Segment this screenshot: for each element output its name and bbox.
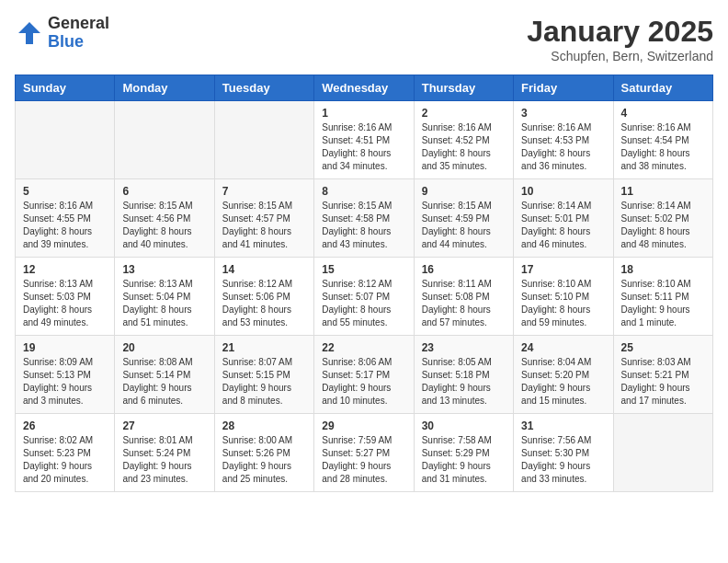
calendar-cell: 10 Sunrise: 8:14 AMSunset: 5:01 PMDaylig…: [514, 179, 613, 258]
cell-content: Sunrise: 8:11 AMSunset: 5:08 PMDaylight:…: [422, 278, 506, 329]
col-thursday: Thursday: [414, 75, 513, 101]
week-row-4: 19 Sunrise: 8:09 AMSunset: 5:13 PMDaylig…: [16, 336, 713, 414]
cell-content: Sunrise: 8:07 AMSunset: 5:15 PMDaylight:…: [222, 356, 306, 408]
cell-content: Sunrise: 8:03 AMSunset: 5:21 PMDaylight:…: [621, 356, 705, 408]
cell-content: Sunrise: 8:15 AMSunset: 4:56 PMDaylight:…: [122, 200, 206, 251]
day-number: 25: [621, 341, 705, 354]
calendar-cell: 13 Sunrise: 8:13 AMSunset: 5:04 PMDaylig…: [115, 258, 214, 336]
day-number: 2: [422, 107, 506, 120]
logo-general: General: [48, 15, 109, 33]
logo: General Blue: [15, 15, 109, 52]
calendar-cell: 9 Sunrise: 8:15 AMSunset: 4:59 PMDayligh…: [414, 179, 513, 258]
day-number: 12: [23, 263, 107, 276]
calendar: Sunday Monday Tuesday Wednesday Thursday…: [15, 75, 713, 492]
day-number: 22: [322, 341, 405, 354]
calendar-cell: 21 Sunrise: 8:07 AMSunset: 5:15 PMDaylig…: [214, 336, 313, 414]
calendar-body: 1 Sunrise: 8:16 AMSunset: 4:51 PMDayligh…: [16, 101, 713, 492]
day-number: 28: [222, 419, 306, 432]
calendar-cell: 8 Sunrise: 8:15 AMSunset: 4:58 PMDayligh…: [314, 179, 414, 258]
col-friday: Friday: [514, 75, 613, 101]
col-monday: Monday: [115, 75, 214, 101]
logo-icon: [15, 18, 44, 48]
day-number: 5: [23, 185, 107, 198]
calendar-cell: 26 Sunrise: 8:02 AMSunset: 5:23 PMDaylig…: [16, 414, 115, 492]
day-number: 9: [422, 185, 506, 198]
title-block: January 2025 Schupfen, Bern, Switzerland: [527, 15, 713, 63]
day-number: 29: [322, 419, 405, 432]
cell-content: Sunrise: 8:08 AMSunset: 5:14 PMDaylight:…: [122, 356, 206, 408]
cell-content: Sunrise: 8:00 AMSunset: 5:26 PMDaylight:…: [222, 434, 306, 486]
logo-text: General Blue: [48, 15, 109, 52]
col-wednesday: Wednesday: [314, 75, 414, 101]
col-tuesday: Tuesday: [214, 75, 313, 101]
day-number: 7: [222, 185, 306, 198]
cell-content: Sunrise: 7:59 AMSunset: 5:27 PMDaylight:…: [322, 434, 405, 486]
calendar-cell: 17 Sunrise: 8:10 AMSunset: 5:10 PMDaylig…: [514, 258, 613, 336]
cell-content: Sunrise: 8:13 AMSunset: 5:03 PMDaylight:…: [23, 278, 107, 329]
calendar-cell: 24 Sunrise: 8:04 AMSunset: 5:20 PMDaylig…: [514, 336, 613, 414]
cell-content: Sunrise: 8:14 AMSunset: 5:01 PMDaylight:…: [521, 200, 605, 251]
cell-content: Sunrise: 7:56 AMSunset: 5:30 PMDaylight:…: [521, 434, 605, 486]
calendar-cell: [613, 414, 712, 492]
calendar-cell: 22 Sunrise: 8:06 AMSunset: 5:17 PMDaylig…: [314, 336, 414, 414]
calendar-cell: [16, 101, 115, 179]
header-row: Sunday Monday Tuesday Wednesday Thursday…: [16, 75, 713, 101]
cell-content: Sunrise: 8:15 AMSunset: 4:58 PMDaylight:…: [322, 200, 405, 251]
day-number: 8: [322, 185, 405, 198]
calendar-cell: 27 Sunrise: 8:01 AMSunset: 5:24 PMDaylig…: [115, 414, 214, 492]
calendar-header: Sunday Monday Tuesday Wednesday Thursday…: [16, 75, 713, 101]
day-number: 16: [422, 263, 506, 276]
cell-content: Sunrise: 8:10 AMSunset: 5:10 PMDaylight:…: [521, 278, 605, 329]
calendar-cell: 4 Sunrise: 8:16 AMSunset: 4:54 PMDayligh…: [613, 101, 712, 179]
day-number: 24: [521, 341, 605, 354]
calendar-cell: 15 Sunrise: 8:12 AMSunset: 5:07 PMDaylig…: [314, 258, 414, 336]
day-number: 21: [222, 341, 306, 354]
calendar-cell: 30 Sunrise: 7:58 AMSunset: 5:29 PMDaylig…: [414, 414, 513, 492]
cell-content: Sunrise: 8:12 AMSunset: 5:06 PMDaylight:…: [222, 278, 306, 329]
calendar-cell: 7 Sunrise: 8:15 AMSunset: 4:57 PMDayligh…: [214, 179, 313, 258]
day-number: 10: [521, 185, 605, 198]
day-number: 3: [521, 107, 605, 120]
day-number: 15: [322, 263, 405, 276]
cell-content: Sunrise: 8:04 AMSunset: 5:20 PMDaylight:…: [521, 356, 605, 408]
cell-content: Sunrise: 8:05 AMSunset: 5:18 PMDaylight:…: [422, 356, 506, 408]
day-number: 27: [122, 419, 206, 432]
month-title: January 2025: [527, 15, 713, 49]
calendar-cell: 16 Sunrise: 8:11 AMSunset: 5:08 PMDaylig…: [414, 258, 513, 336]
cell-content: Sunrise: 8:16 AMSunset: 4:51 PMDaylight:…: [322, 121, 405, 173]
day-number: 26: [23, 419, 107, 432]
cell-content: Sunrise: 8:01 AMSunset: 5:24 PMDaylight:…: [122, 434, 206, 486]
page-header: General Blue January 2025 Schupfen, Bern…: [15, 15, 713, 63]
cell-content: Sunrise: 8:16 AMSunset: 4:53 PMDaylight:…: [521, 121, 605, 173]
calendar-cell: 14 Sunrise: 8:12 AMSunset: 5:06 PMDaylig…: [214, 258, 313, 336]
calendar-cell: 25 Sunrise: 8:03 AMSunset: 5:21 PMDaylig…: [613, 336, 712, 414]
logo-blue: Blue: [48, 33, 109, 52]
week-row-3: 12 Sunrise: 8:13 AMSunset: 5:03 PMDaylig…: [16, 258, 713, 336]
calendar-cell: 6 Sunrise: 8:15 AMSunset: 4:56 PMDayligh…: [115, 179, 214, 258]
calendar-cell: [115, 101, 214, 179]
calendar-cell: 20 Sunrise: 8:08 AMSunset: 5:14 PMDaylig…: [115, 336, 214, 414]
cell-content: Sunrise: 8:10 AMSunset: 5:11 PMDaylight:…: [621, 278, 705, 329]
day-number: 18: [621, 263, 705, 276]
calendar-cell: 11 Sunrise: 8:14 AMSunset: 5:02 PMDaylig…: [613, 179, 712, 258]
calendar-cell: 5 Sunrise: 8:16 AMSunset: 4:55 PMDayligh…: [16, 179, 115, 258]
cell-content: Sunrise: 8:16 AMSunset: 4:55 PMDaylight:…: [23, 200, 107, 251]
day-number: 30: [422, 419, 506, 432]
calendar-cell: 19 Sunrise: 8:09 AMSunset: 5:13 PMDaylig…: [16, 336, 115, 414]
week-row-5: 26 Sunrise: 8:02 AMSunset: 5:23 PMDaylig…: [16, 414, 713, 492]
calendar-cell: 12 Sunrise: 8:13 AMSunset: 5:03 PMDaylig…: [16, 258, 115, 336]
cell-content: Sunrise: 8:13 AMSunset: 5:04 PMDaylight:…: [122, 278, 206, 329]
cell-content: Sunrise: 8:14 AMSunset: 5:02 PMDaylight:…: [621, 200, 705, 251]
day-number: 31: [521, 419, 605, 432]
svg-marker-0: [18, 22, 40, 44]
cell-content: Sunrise: 7:58 AMSunset: 5:29 PMDaylight:…: [422, 434, 506, 486]
calendar-cell: 31 Sunrise: 7:56 AMSunset: 5:30 PMDaylig…: [514, 414, 613, 492]
calendar-cell: 18 Sunrise: 8:10 AMSunset: 5:11 PMDaylig…: [613, 258, 712, 336]
calendar-cell: 3 Sunrise: 8:16 AMSunset: 4:53 PMDayligh…: [514, 101, 613, 179]
day-number: 23: [422, 341, 506, 354]
day-number: 14: [222, 263, 306, 276]
cell-content: Sunrise: 8:09 AMSunset: 5:13 PMDaylight:…: [23, 356, 107, 408]
calendar-cell: 28 Sunrise: 8:00 AMSunset: 5:26 PMDaylig…: [214, 414, 313, 492]
col-saturday: Saturday: [613, 75, 712, 101]
cell-content: Sunrise: 8:12 AMSunset: 5:07 PMDaylight:…: [322, 278, 405, 329]
